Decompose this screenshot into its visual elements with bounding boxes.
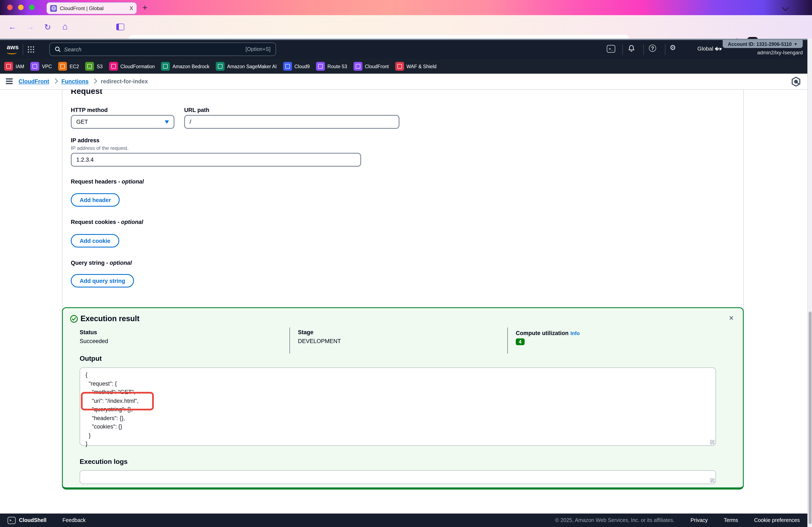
search-icon [55,46,61,52]
breadcrumb-functions-link[interactable]: Functions [61,78,88,85]
success-check-icon [70,315,78,323]
request-section-title: Request [71,89,102,96]
cloudshell-terminal-icon[interactable]: >_ [8,517,16,524]
select-caret-down-icon [165,120,169,123]
favorite-service-s3[interactable]: S3 [85,62,103,71]
service-label: CloudFormation [120,64,155,69]
footer-cloudshell-link[interactable]: CloudShell [19,517,46,523]
search-box[interactable]: Search [Option+S] [49,43,276,56]
favorite-service-waf-shield[interactable]: WAF & Shield [395,62,436,71]
add-query-string-button[interactable]: Add query string [71,274,134,287]
compute-utilization-label: Compute utilization Info [516,329,580,337]
ip-address-input[interactable]: 1.2.3.4 [71,153,361,167]
favorite-service-cloudformation[interactable]: CloudFormation [109,62,155,71]
favorite-service-cloudfront[interactable]: CloudFront [353,62,389,71]
url-path-label: URL path [184,107,209,113]
tab-close-icon[interactable]: X [130,5,133,11]
service-label: Amazon Bedrock [173,64,209,69]
home-icon[interactable]: ⌂ [62,21,68,32]
services-favorites-bar: IAMVPCEC2S3CloudFormationAmazon BedrockA… [0,59,812,74]
stage-label: Stage [298,329,314,335]
aws-logo[interactable]: aws [7,44,19,54]
execution-result-title: Execution result [81,314,140,323]
current-user-label: admin2/lxy-Isengard [691,50,803,56]
tab-list-chevron-down-icon[interactable] [782,4,789,11]
service-icon [85,62,94,71]
service-icon [31,62,39,71]
back-icon[interactable]: ← [9,22,16,32]
output-textarea[interactable]: { "request": { "method": "GET", "uri": "… [79,367,716,446]
account-id-badge[interactable]: Account ID: 1331-2906-5110▼ [723,40,803,48]
execution-result-panel: Execution result × Status Succeeded Stag… [62,307,744,490]
favorite-service-cloud9[interactable]: Cloud9 [283,62,310,71]
http-method-select[interactable]: GET [71,115,174,129]
service-icon [216,62,224,71]
favorite-service-amazon-sagemaker-ai[interactable]: Amazon SageMaker AI [216,62,277,71]
service-label: S3 [97,64,103,69]
refresh-icon[interactable]: ↻ [44,22,51,32]
sidebar-toggle-icon[interactable] [116,24,124,30]
amazon-q-icon[interactable] [791,77,801,87]
tab-title: CloudFront | Global [60,5,127,11]
service-icon [109,62,118,71]
help-icon[interactable]: ? [649,45,656,52]
service-icon [283,62,292,71]
info-link[interactable]: Info [570,330,580,336]
service-label: EC2 [70,64,79,69]
window-minimize-button[interactable] [18,5,24,10]
output-json-line: "uri": "/index.html", [86,397,710,405]
url-path-value: / [190,119,191,125]
favorite-service-route-53[interactable]: Route 53 [316,62,347,71]
footer-feedback-link[interactable]: Feedback [62,517,86,523]
favorite-service-iam[interactable]: IAM [4,62,24,71]
browser-tab[interactable]: CloudFront | Global X [46,2,137,14]
output-json-line: "method": "GET", [86,388,710,397]
footer-terms-link[interactable]: Terms [724,517,738,523]
url-path-input[interactable]: / [184,115,400,129]
settings-gear-icon[interactable]: ⚙ [670,43,676,52]
screenshot-viewport: CloudFront | Global X + ← → ↻ ⌂ [0,0,812,527]
side-menu-hamburger-icon[interactable] [6,78,13,79]
resize-grip-icon[interactable] [710,440,715,445]
execution-logs-textarea[interactable] [79,470,716,484]
window-close-button[interactable] [7,5,13,10]
output-label: Output [79,355,102,362]
cloudshell-terminal-icon[interactable]: >_ [607,45,615,52]
breadcrumb-cloudfront-link[interactable]: CloudFront [18,78,49,85]
browser-titlebar: CloudFront | Global X + [0,0,812,15]
footer-copyright: © 2025, Amazon Web Services, Inc. or its… [555,517,675,523]
query-string-label: Query string - optional [71,260,132,266]
ip-address-value: 1.2.3.4 [76,156,94,163]
output-json-line: } [86,440,710,449]
add-cookie-button[interactable]: Add cookie [71,234,119,247]
window-zoom-button[interactable] [29,5,34,10]
browser-window: CloudFront | Global X + ← → ↻ ⌂ [0,0,812,527]
page-scrollbar-thumb[interactable] [809,312,811,524]
breadcrumb-chevron-icon [92,78,97,84]
breadcrumb-current-page: redirect-for-index [101,78,148,85]
browser-toolbar: ← → ↻ ⌂ 133129065110-ktp6q5zp.us-east-1.… [0,15,812,39]
meta-divider [290,328,290,353]
close-panel-icon[interactable]: × [729,314,734,322]
request-headers-label: Request headers - optional [71,179,144,185]
new-tab-button[interactable]: + [142,3,147,12]
footer-cookie-preferences-link[interactable]: Cookie preferences [754,517,800,523]
service-label: Route 53 [328,64,347,69]
breadcrumb: CloudFrontFunctionsredirect-for-index [18,77,148,85]
service-icon [353,62,362,71]
http-method-value: GET [76,119,88,125]
add-header-button[interactable]: Add header [71,193,120,207]
service-label: Cloud9 [294,64,310,69]
apps-grid-icon[interactable] [28,46,29,48]
favorite-service-ec2[interactable]: EC2 [58,62,79,71]
breadcrumb-chevron-icon [53,78,58,84]
notifications-bell-icon[interactable] [628,45,635,52]
resize-grip-icon[interactable] [710,478,715,483]
favorite-service-vpc[interactable]: VPC [31,62,52,71]
output-json-line: "querystring": {}, [86,405,710,414]
breadcrumb-bar: CloudFrontFunctionsredirect-for-index [0,74,812,90]
footer-privacy-link[interactable]: Privacy [691,517,708,523]
page-content: Request HTTP method URL path GET / IP ad… [0,90,807,513]
favorite-service-amazon-bedrock[interactable]: Amazon Bedrock [161,62,209,71]
stage-value: DEVELOPMENT [298,338,341,344]
